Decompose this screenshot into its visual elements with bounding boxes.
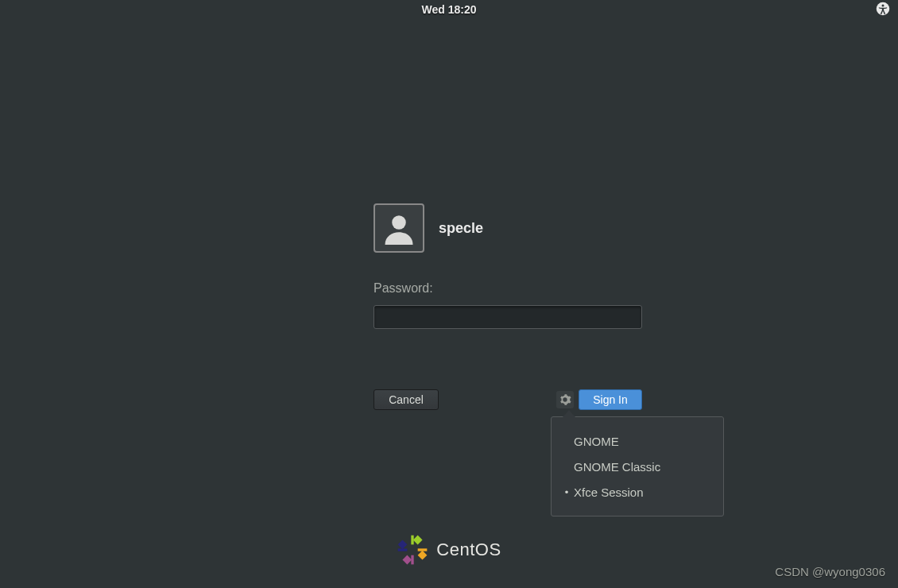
session-item-label: GNOME Classic [574,460,660,474]
session-gear-button[interactable] [556,391,574,408]
svg-rect-4 [413,536,423,545]
button-row: Cancel Sign In [374,389,642,410]
watermark-label: CSDN @wyong0306 [775,565,885,578]
svg-point-2 [392,215,406,230]
session-item-xfce[interactable]: Xfce Session [552,479,723,505]
top-bar: Wed 18:20 [0,0,898,19]
session-item-gnome[interactable]: GNOME [552,428,723,454]
password-label: Password: [374,281,644,296]
cancel-button[interactable]: Cancel [374,389,439,410]
session-item-label: Xfce Session [574,485,644,499]
bullet-icon [559,486,574,498]
session-menu: GNOME GNOME Classic Xfce Session [551,416,724,516]
signin-button[interactable]: Sign In [579,389,642,410]
gear-icon [559,393,571,406]
user-icon [382,211,416,245]
accessibility-icon[interactable] [876,2,890,16]
svg-rect-6 [418,551,428,560]
username-label: specle [439,220,483,237]
clock-label: Wed 18:20 [422,3,477,16]
svg-rect-8 [403,555,412,565]
session-item-label: GNOME [574,435,619,448]
password-input[interactable] [374,305,642,329]
login-panel: specle Password: [374,203,644,329]
svg-point-1 [882,4,884,6]
brand-label: CentOS [436,540,501,560]
avatar [374,203,424,253]
brand-row: CentOS [0,534,898,566]
user-row: specle [374,203,644,253]
svg-rect-10 [398,540,408,549]
session-item-gnome-classic[interactable]: GNOME Classic [552,454,723,479]
centos-logo-icon [397,534,428,566]
